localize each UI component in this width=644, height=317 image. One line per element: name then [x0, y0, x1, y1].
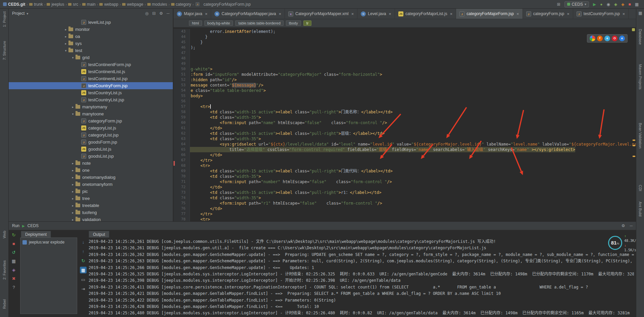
tree-item[interactable]: ▸one — [9, 167, 173, 174]
code-line[interactable]: 61 </td> — [174, 125, 636, 131]
settings-gear-icon[interactable]: ⚙ — [622, 223, 625, 228]
deploy-icon[interactable]: ↓ — [80, 239, 87, 245]
code-line[interactable]: 78 <tr> — [174, 217, 636, 221]
stop-icon[interactable]: ■ — [628, 2, 631, 7]
locate-icon[interactable]: ◎ — [145, 11, 148, 16]
tree-item[interactable]: ▸oa — [9, 33, 173, 40]
right-stripe-icon[interactable]: ▦ — [636, 11, 644, 15]
code-line[interactable]: 57 <tr> — [174, 104, 636, 109]
code-line[interactable]: 53message content="${message}"/> — [174, 83, 636, 88]
stripe-database-button[interactable]: Database — [636, 29, 644, 45]
tree-item[interactable]: ▸tree — [9, 195, 173, 202]
code-line[interactable]: 44 } — [174, 34, 636, 40]
tree-item[interactable]: ▸sys — [9, 40, 173, 47]
nav-path-item[interactable]: jeeplus — [47, 2, 64, 7]
edge-icon[interactable]: e — [619, 36, 625, 41]
collapse-all-icon[interactable]: ⊟ — [152, 11, 156, 16]
code-line[interactable]: 55body> — [174, 93, 636, 99]
breadcrumb-html[interactable]: html — [189, 20, 202, 26]
code-line[interactable]: 52:hidden path="id"/> — [174, 77, 636, 83]
rerun-icon[interactable]: ↻ — [12, 232, 16, 237]
stripe-project-button[interactable]: 1: Project — [0, 11, 9, 27]
code-line[interactable]: 60 <form:input path="name" htmlEscape="f… — [174, 120, 636, 125]
tree-item[interactable]: ▸pic — [9, 188, 173, 195]
debug-icon[interactable]: ● — [600, 2, 602, 7]
stop-icon[interactable]: ■ — [12, 241, 15, 246]
tree-item[interactable]: JStestCountryList.js — [9, 89, 173, 96]
nav-path-item[interactable]: JcategoryForMajorForm.jsp — [195, 2, 251, 7]
stripe-structure-button[interactable]: 7: Structure — [0, 41, 9, 60]
editor-tab[interactable]: XCategoryForMajorMapper.xml× — [285, 9, 357, 19]
project-name[interactable]: CEDS.git — [3, 2, 25, 7]
code-line[interactable]: 56 — [174, 99, 636, 104]
stripe-favorites-button[interactable]: 2: Favorites — [0, 260, 9, 279]
firefox-icon[interactable]: f — [597, 36, 603, 41]
editor-tab[interactable]: CMajor.java× — [174, 9, 211, 19]
code-line[interactable]: 45 } — [174, 40, 636, 45]
code-line[interactable]: 67 </tr> — [174, 158, 636, 163]
layout-icon[interactable]: ▦ — [80, 267, 87, 273]
code-line[interactable]: 43 error.insertAfter(element); — [174, 29, 636, 34]
xrebel-icon[interactable]: ◈ — [621, 2, 624, 7]
tree-item[interactable]: ▾test — [9, 47, 173, 54]
code-line[interactable]: 59 <td class="width-35"> — [174, 115, 636, 120]
code-line[interactable]: 68 <tr> — [174, 163, 636, 168]
opera-icon[interactable]: O — [612, 36, 617, 41]
editor-tab[interactable]: JcategoryForMajorForm.jsp× — [456, 9, 523, 19]
tree-item[interactable]: JSgoodsList.js — [9, 146, 173, 153]
tree-item[interactable]: JlevelList.jsp — [9, 19, 173, 26]
stripe-ant-build-button[interactable]: Ant Build — [636, 202, 644, 216]
close-tab-icon[interactable]: × — [450, 11, 453, 16]
code-line[interactable]: 73 <td class="width-15 active"><label cl… — [174, 190, 636, 195]
editor-tab[interactable]: JtestCountryForm.jsp× — [573, 9, 629, 19]
code-line[interactable]: 63 <td class="width-35"> — [174, 136, 636, 142]
tree-item[interactable]: ▾grid — [9, 54, 173, 61]
close-tab-icon[interactable]: × — [623, 11, 625, 16]
code-line[interactable]: 75 <form:input path="r1" htmlEscape="fal… — [174, 201, 636, 206]
tree-item[interactable]: ▸manytomany — [9, 103, 173, 110]
chevron-right-icon[interactable]: ▸ — [63, 28, 68, 31]
breadcrumb-tr[interactable]: tr — [303, 20, 312, 26]
tree-item[interactable]: JgoodsForm.jsp — [9, 139, 173, 146]
tree-item[interactable]: ▸validation — [9, 216, 173, 221]
stripe-rebel-button[interactable]: Rebel — [0, 299, 9, 309]
chevron-right-icon[interactable]: ▸ — [70, 176, 76, 179]
close-tab-icon[interactable]: × — [567, 11, 569, 16]
console-output[interactable]: 2019-04-23 14:25:26,261 DEBUG [com.jeepl… — [89, 239, 634, 316]
chevron-right-icon[interactable]: ▸ — [63, 42, 68, 45]
code-line[interactable]: 74 <td class="width-35"> — [174, 195, 636, 201]
tree-item[interactable]: ▸treetable — [9, 202, 173, 209]
nav-path-item[interactable]: src — [68, 2, 78, 7]
chevron-down-icon[interactable]: ▾ — [63, 49, 68, 52]
close-tab-icon[interactable]: × — [516, 11, 519, 16]
chrome-icon[interactable] — [590, 36, 595, 41]
code-line[interactable]: 46); — [174, 45, 636, 50]
tree-item[interactable]: JtestCountryList.jsp — [9, 96, 173, 103]
code-line[interactable]: 65 title="选择层级" cssClass="form-control r… — [174, 147, 636, 152]
code-line[interactable]: 66 </td> — [174, 152, 636, 158]
scroll-to-end-icon[interactable]: ⇥ — [80, 285, 87, 292]
stripe-web-button[interactable]: Web — [0, 231, 9, 238]
tab-output[interactable]: Output — [89, 231, 109, 237]
chevron-right-icon[interactable]: ▸ — [70, 211, 76, 214]
code-line[interactable]: 54e class="table table-bordered"> — [174, 88, 636, 93]
chevron-right-icon[interactable]: ▸ — [70, 197, 76, 200]
chevron-right-icon[interactable]: ▸ — [63, 35, 68, 38]
project-tree[interactable]: JlevelList.jsp▸monitor▸oa▸sys▾test▾gridJ… — [9, 19, 173, 221]
run-icon[interactable]: ▶ — [593, 2, 596, 7]
upload-icon[interactable]: ↑ — [80, 248, 87, 255]
tab-deployment[interactable]: Deployment — [21, 231, 51, 237]
breadcrumb-tbody[interactable]: tbody — [286, 20, 301, 26]
close-tab-icon[interactable]: × — [279, 11, 281, 16]
code-line[interactable]: 62 <td class="width-15 active"><label cl… — [174, 131, 636, 136]
nav-path-item[interactable]: webapp — [99, 2, 118, 7]
settings-gear-icon[interactable]: ⚙ — [159, 11, 163, 16]
tree-item[interactable]: JcategoryList.jsp — [9, 131, 173, 139]
nav-path-item[interactable]: webpage — [122, 2, 143, 7]
tool-windows-icon[interactable]: ⊞ — [557, 2, 560, 7]
code-line[interactable]: 69 <td class="width-15 active"><label cl… — [174, 168, 636, 174]
clear-icon[interactable]: ▭ — [80, 276, 87, 283]
nav-path-item[interactable]: modules — [147, 2, 167, 7]
code-line[interactable]: 47 — [174, 50, 636, 56]
code-line[interactable]: 77 </tr> — [174, 211, 636, 217]
